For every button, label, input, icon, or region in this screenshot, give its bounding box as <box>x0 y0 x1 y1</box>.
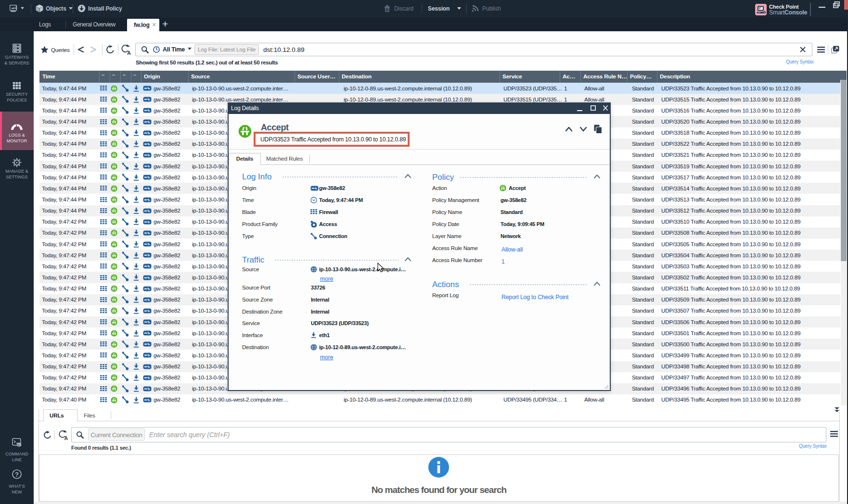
svg-text:A: A <box>64 436 68 440</box>
svg-text:?: ? <box>15 471 19 478</box>
svg-text:A: A <box>127 50 131 55</box>
